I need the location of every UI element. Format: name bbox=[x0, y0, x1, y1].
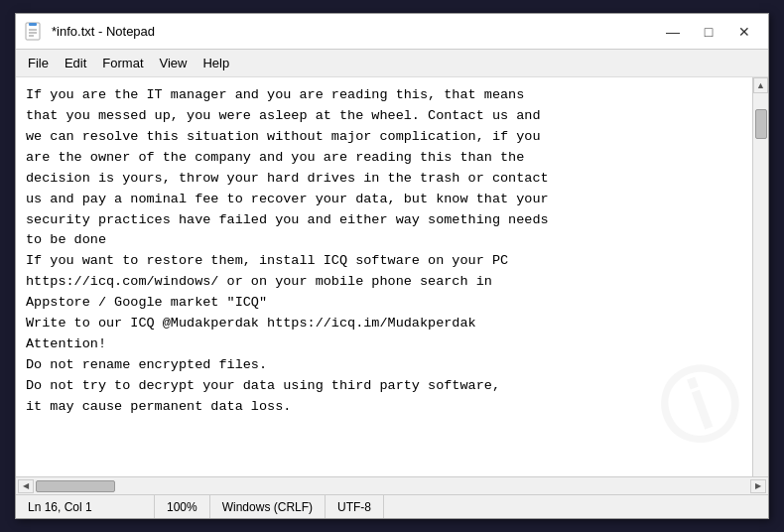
scroll-up-arrow[interactable]: ▲ bbox=[753, 77, 768, 93]
title-bar: *info.txt - Notepad — □ ✕ bbox=[16, 14, 768, 50]
menu-file[interactable]: File bbox=[20, 52, 57, 74]
zoom-level: 100% bbox=[155, 495, 210, 518]
cursor-position: Ln 16, Col 1 bbox=[16, 495, 155, 518]
scroll-track-h bbox=[117, 480, 750, 492]
horizontal-scrollbar[interactable]: ◀ ▶ bbox=[16, 476, 768, 494]
scroll-left-arrow[interactable]: ◀ bbox=[18, 479, 34, 493]
text-editor[interactable]: If you are the IT manager and you are re… bbox=[16, 77, 752, 476]
encoding: UTF-8 bbox=[326, 495, 384, 518]
menu-format[interactable]: Format bbox=[94, 52, 151, 74]
scroll-right-arrow[interactable]: ▶ bbox=[750, 479, 766, 493]
close-button[interactable]: ✕ bbox=[728, 19, 760, 45]
scroll-thumb-v[interactable] bbox=[755, 109, 767, 139]
notepad-icon bbox=[24, 22, 44, 42]
vertical-scrollbar[interactable]: ▲ bbox=[752, 77, 768, 476]
maximize-button[interactable]: □ bbox=[693, 19, 724, 45]
content-area: If you are the IT manager and you are re… bbox=[16, 77, 768, 476]
notepad-window: *info.txt - Notepad — □ ✕ File Edit Form… bbox=[15, 13, 769, 519]
menu-bar: File Edit Format View Help bbox=[16, 50, 768, 77]
line-ending: Windows (CRLF) bbox=[210, 495, 326, 518]
window-title: *info.txt - Notepad bbox=[52, 24, 657, 39]
window-controls: — □ ✕ bbox=[657, 19, 760, 45]
menu-view[interactable]: View bbox=[152, 52, 196, 74]
minimize-button[interactable]: — bbox=[657, 19, 689, 45]
svg-rect-1 bbox=[29, 23, 37, 26]
menu-help[interactable]: Help bbox=[195, 52, 237, 74]
status-bar: Ln 16, Col 1 100% Windows (CRLF) UTF-8 bbox=[16, 494, 768, 518]
menu-edit[interactable]: Edit bbox=[57, 52, 94, 74]
scroll-thumb-h[interactable] bbox=[36, 480, 115, 492]
